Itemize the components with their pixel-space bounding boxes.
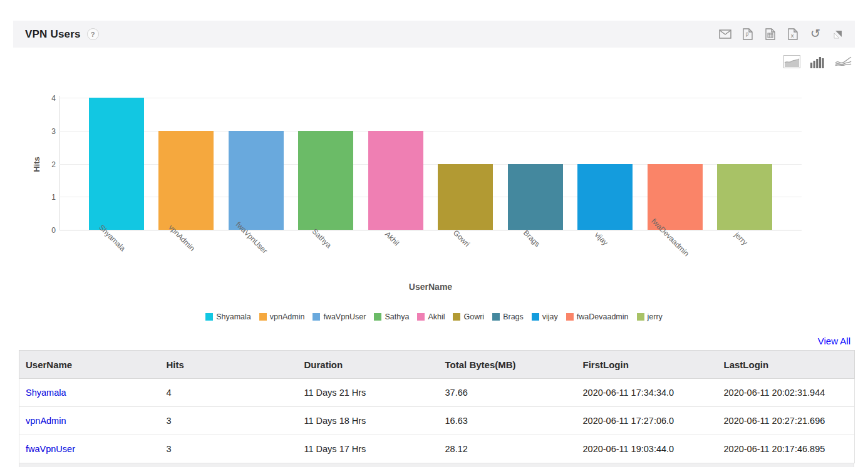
legend-label: fwaDevaadmin — [577, 312, 629, 321]
legend-label: jerry — [648, 312, 663, 321]
table-cell: 16.63 — [439, 407, 577, 435]
table-cell: 11 Days 17 Hrs — [298, 435, 439, 463]
csv-export-icon[interactable] — [763, 28, 777, 41]
y-tick-label: 1 — [37, 193, 56, 202]
bar-Brags[interactable] — [508, 164, 563, 230]
table-cell: 2020-06-11 20:27:21.696 — [718, 407, 855, 435]
view-all-link[interactable]: View All — [818, 336, 850, 346]
username-link[interactable]: fwaVpnUser — [26, 444, 75, 454]
table-cell: 2020-06-11 20:02:31.944 — [718, 379, 855, 407]
email-icon[interactable] — [718, 28, 732, 41]
legend-item-Sathya[interactable]: Sathya — [374, 312, 409, 321]
table-row: Shyamala411 Days 21 Hrs37.662020-06-11 1… — [19, 379, 855, 407]
help-icon[interactable]: ? — [87, 28, 99, 40]
legend-item-vijay[interactable]: vijay — [532, 312, 558, 321]
legend-item-Shyamala[interactable]: Shyamala — [205, 312, 251, 321]
column-header-username: UserName — [19, 351, 160, 379]
bar-chart-icon[interactable] — [809, 54, 826, 69]
legend-swatch — [374, 313, 381, 321]
table-cell: 11 Days 21 Hrs — [298, 379, 439, 407]
y-tick-label: 0 — [37, 226, 56, 235]
bar-fwaVpnUser[interactable] — [229, 131, 284, 230]
x-tick-label-Akhil: Akhil — [383, 230, 401, 247]
table-cell: fwaVpnUser — [19, 435, 160, 463]
legend-label: vijay — [542, 312, 558, 321]
vpn-users-table: UserNameHitsDurationTotal Bytes(MB)First… — [19, 350, 854, 467]
table-cell: 2020-06-11 17:34:34.0 — [577, 379, 718, 407]
legend-swatch — [205, 313, 213, 321]
legend-item-vpnAdmin[interactable]: vpnAdmin — [259, 312, 305, 321]
legend-label: vpnAdmin — [270, 312, 305, 321]
table-cell: 2020-06-11 20:17:46.895 — [718, 435, 855, 463]
legend-swatch — [259, 313, 267, 321]
legend-item-fwaDevaadmin[interactable]: fwaDevaadmin — [566, 312, 629, 321]
legend-swatch — [453, 313, 460, 321]
svg-text:P: P — [746, 33, 749, 38]
x-tick-label-Brags: Brags — [522, 229, 542, 249]
vpn-users-widget: VPN Users ? P x ↺ — [0, 0, 868, 469]
excel-export-icon[interactable]: x — [786, 28, 800, 41]
legend-item-jerry[interactable]: jerry — [637, 312, 663, 321]
bar-Shyamala[interactable] — [89, 98, 144, 230]
bar-Sathya[interactable] — [298, 131, 353, 230]
refresh-icon[interactable]: ↺ — [809, 28, 822, 41]
x-axis-title: UserName — [59, 282, 802, 292]
bar-slot — [500, 91, 571, 230]
username-link[interactable]: Shyamala — [26, 388, 66, 398]
legend-swatch — [417, 313, 425, 321]
legend-label: Gowri — [463, 312, 484, 321]
table-cell: vpnAdmin — [19, 407, 160, 435]
bar-Gowri[interactable] — [438, 164, 493, 230]
table-header-row: UserNameHitsDurationTotal Bytes(MB)First… — [19, 351, 855, 379]
chart-type-switcher — [783, 54, 852, 69]
legend-label: Sathya — [385, 312, 409, 321]
x-tick-label-jerry: jerry — [733, 230, 749, 247]
table-cell: 2020-06-11 19:03:44.0 — [577, 435, 718, 463]
pdf-export-icon[interactable]: P — [741, 28, 755, 41]
table-cell: 4 — [160, 379, 298, 407]
bar-slot — [431, 91, 501, 230]
legend-swatch — [532, 313, 539, 321]
x-tick-label-Gowri: Gowri — [452, 229, 472, 249]
legend-label: Brags — [503, 312, 524, 321]
bar-jerry[interactable] — [717, 164, 772, 230]
legend-item-Brags[interactable]: Brags — [492, 312, 524, 321]
line-chart-icon[interactable] — [835, 54, 852, 69]
legend-label: fwaVpnUser — [323, 312, 366, 321]
bar-slot — [361, 91, 431, 230]
table-cell: 3 — [160, 407, 298, 435]
legend-swatch — [492, 313, 500, 321]
y-tick-label: 4 — [37, 94, 56, 103]
table-cell: 3 — [160, 435, 298, 463]
svg-text:x: x — [791, 33, 795, 39]
bar-slot — [710, 91, 780, 230]
legend-swatch — [637, 313, 644, 321]
column-header-firstlogin: FirstLogin — [577, 351, 718, 379]
legend-label: Akhil — [428, 312, 445, 321]
bar-vpnAdmin[interactable] — [158, 131, 214, 230]
bar-vijay[interactable] — [577, 164, 633, 230]
expand-icon[interactable] — [831, 28, 845, 41]
y-axis-line — [59, 96, 60, 230]
legend-swatch — [313, 313, 320, 321]
legend-item-fwaVpnUser[interactable]: fwaVpnUser — [313, 312, 366, 321]
column-header-duration: Duration — [298, 351, 439, 379]
legend-swatch — [566, 313, 574, 321]
column-header-hits: Hits — [160, 351, 298, 379]
username-link[interactable]: vpnAdmin — [26, 416, 66, 426]
area-chart-icon[interactable] — [783, 54, 800, 69]
y-tick-label: 3 — [37, 127, 56, 136]
bar-slot — [152, 91, 222, 230]
legend-label: Shyamala — [216, 312, 251, 321]
table-row: vpnAdmin311 Days 18 Hrs16.632020-06-11 1… — [19, 407, 855, 435]
bar-slot — [81, 91, 152, 230]
table-cell: 28.12 — [439, 435, 577, 463]
bar-slot — [640, 91, 710, 230]
page-title: VPN Users — [25, 28, 81, 41]
table-cell: 37.66 — [439, 379, 577, 407]
legend-item-Gowri[interactable]: Gowri — [453, 312, 484, 321]
bar-slot — [571, 91, 641, 230]
chart-legend: ShyamalavpnAdminfwaVpnUserSathyaAkhilGow… — [0, 312, 868, 321]
legend-item-Akhil[interactable]: Akhil — [417, 312, 445, 321]
bar-Akhil[interactable] — [368, 131, 423, 230]
